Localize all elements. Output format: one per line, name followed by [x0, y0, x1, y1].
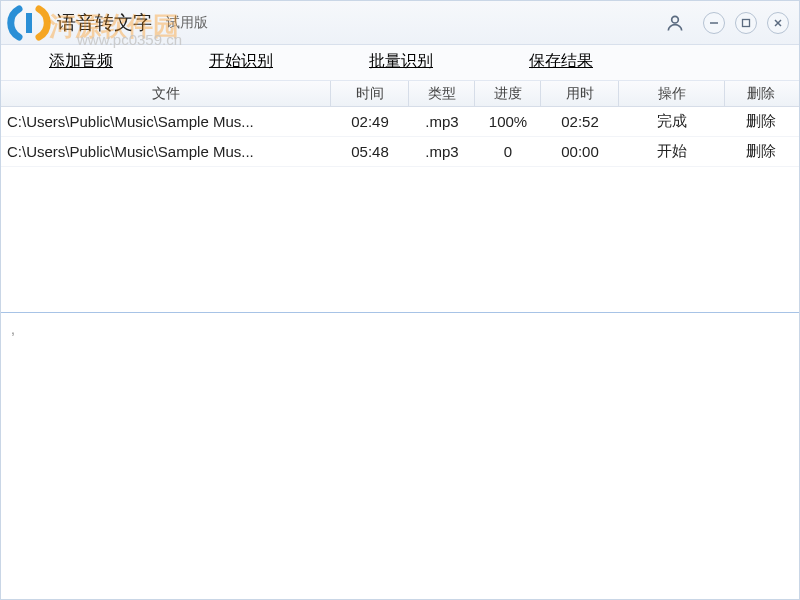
result-pane[interactable]: ,: [1, 313, 799, 599]
operation-link[interactable]: 开始: [657, 142, 687, 161]
cell-progress: 0: [475, 137, 541, 166]
app-edition: 试用版: [166, 14, 208, 32]
window-controls: [665, 12, 789, 34]
table-row[interactable]: C:\Users\Public\Music\Sample Mus... 05:4…: [1, 137, 799, 167]
table-body: C:\Users\Public\Music\Sample Mus... 02:4…: [1, 107, 799, 167]
user-icon[interactable]: [665, 13, 685, 33]
menu-add-audio[interactable]: 添加音频: [1, 51, 161, 80]
menubar: 添加音频 开始识别 批量识别 保存结果: [1, 45, 799, 81]
cell-type: .mp3: [409, 107, 475, 136]
cell-elapsed: 02:52: [541, 107, 619, 136]
col-type[interactable]: 类型: [409, 81, 475, 106]
col-elapsed[interactable]: 用时: [541, 81, 619, 106]
cell-file: C:\Users\Public\Music\Sample Mus...: [1, 107, 331, 136]
delete-link[interactable]: 删除: [746, 112, 776, 131]
col-time[interactable]: 时间: [331, 81, 409, 106]
maximize-button[interactable]: [735, 12, 757, 34]
cell-time: 05:48: [331, 137, 409, 166]
cell-file: C:\Users\Public\Music\Sample Mus...: [1, 137, 331, 166]
minimize-button[interactable]: [703, 12, 725, 34]
cell-elapsed: 00:00: [541, 137, 619, 166]
delete-link[interactable]: 删除: [746, 142, 776, 161]
col-file[interactable]: 文件: [1, 81, 331, 106]
cell-type: .mp3: [409, 137, 475, 166]
close-button[interactable]: [767, 12, 789, 34]
titlebar: 河源软件园 语音转文字 试用版 www.pc0359.cn: [1, 1, 799, 45]
app-window: 河源软件园 语音转文字 试用版 www.pc0359.cn 添加音频 开始: [0, 0, 800, 600]
col-progress[interactable]: 进度: [475, 81, 541, 106]
svg-point-1: [672, 16, 679, 23]
svg-rect-0: [26, 13, 32, 33]
menu-save-result[interactable]: 保存结果: [481, 51, 641, 80]
operation-link[interactable]: 完成: [657, 112, 687, 131]
table-header: 文件 时间 类型 进度 用时 操作 删除: [1, 81, 799, 107]
cell-time: 02:49: [331, 107, 409, 136]
col-delete[interactable]: 删除: [725, 81, 797, 106]
file-table: 文件 时间 类型 进度 用时 操作 删除 C:\Users\Public\Mus…: [1, 81, 799, 313]
svg-rect-3: [743, 19, 750, 26]
menu-batch-recognize[interactable]: 批量识别: [321, 51, 481, 80]
app-logo: [7, 3, 51, 43]
cell-progress: 100%: [475, 107, 541, 136]
result-text: ,: [11, 321, 15, 337]
app-title: 语音转文字: [57, 10, 152, 36]
menu-start-recognize[interactable]: 开始识别: [161, 51, 321, 80]
table-row[interactable]: C:\Users\Public\Music\Sample Mus... 02:4…: [1, 107, 799, 137]
col-operation[interactable]: 操作: [619, 81, 725, 106]
